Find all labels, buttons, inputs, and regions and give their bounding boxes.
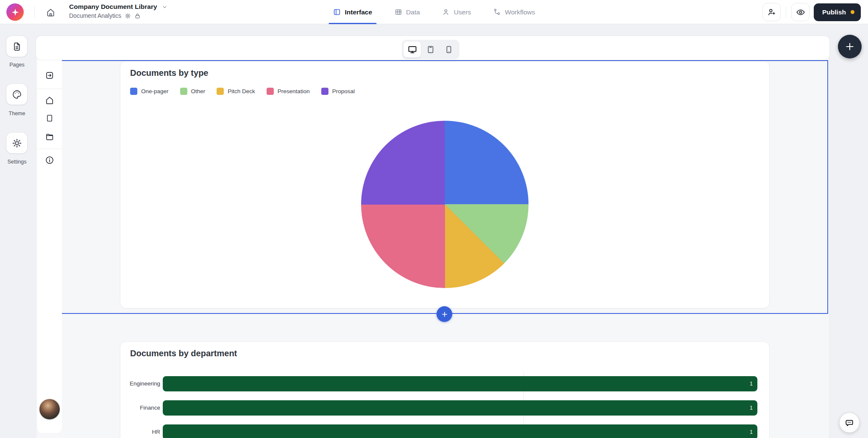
page-subtitle-row: Document Analytics xyxy=(69,12,167,19)
bar-row: Engineering 1 xyxy=(120,376,769,391)
sidebar-label-settings: Settings xyxy=(0,159,34,165)
chat-bubble-icon xyxy=(844,418,854,428)
publish-status-dot xyxy=(851,10,854,14)
avatar[interactable] xyxy=(39,399,60,419)
divider xyxy=(37,89,62,89)
device-desktop-option[interactable] xyxy=(403,42,421,58)
bar-track: 1 xyxy=(163,400,757,416)
tab-label: Interface xyxy=(345,8,372,16)
bar-value: 1 xyxy=(750,424,753,438)
app-logo[interactable] xyxy=(6,3,24,21)
preview-button[interactable] xyxy=(791,3,810,21)
main-tabs: Interface Data Users Workflows xyxy=(331,0,536,24)
settings-gear-icon xyxy=(12,138,22,148)
divider xyxy=(34,6,35,18)
rail-home-icon[interactable] xyxy=(45,96,55,105)
canvas: Documents by type One-pager Other Pitch … xyxy=(36,36,829,438)
add-component-button[interactable] xyxy=(437,306,452,322)
lock-icon[interactable] xyxy=(134,13,141,19)
bar-row: Finance 1 xyxy=(120,400,769,416)
topbar: Company Document Library Document Analyt… xyxy=(0,0,868,24)
legend-label: Pitch Deck xyxy=(228,88,255,94)
phone-icon xyxy=(444,45,453,54)
page-subtitle: Document Analytics xyxy=(69,12,121,19)
pie-chart-card[interactable]: Documents by type One-pager Other Pitch … xyxy=(120,61,770,308)
sidebar-label-theme: Theme xyxy=(0,111,34,116)
home-icon xyxy=(46,8,56,17)
tab-workflows[interactable]: Workflows xyxy=(492,0,536,24)
bar-value: 1 xyxy=(750,376,753,391)
canvas-toolbar xyxy=(36,36,829,60)
legend-item: One-pager xyxy=(130,88,169,95)
bar-row: HR 1 xyxy=(120,424,769,438)
rail-folder-icon[interactable] xyxy=(45,132,55,142)
device-toggle xyxy=(402,40,459,59)
add-page-fab[interactable] xyxy=(838,35,862,58)
topbar-actions: Publish xyxy=(762,3,861,21)
component-rail xyxy=(37,60,62,433)
sign-in-icon[interactable] xyxy=(45,71,55,80)
home-button[interactable] xyxy=(42,4,58,20)
sidebar-item-theme[interactable] xyxy=(6,84,27,105)
tab-label: Users xyxy=(454,8,471,16)
legend-item: Other xyxy=(180,88,206,95)
bar: 1 xyxy=(163,376,757,391)
users-person-icon xyxy=(442,8,450,16)
plus-icon xyxy=(844,41,855,52)
tab-interface[interactable]: Interface xyxy=(331,0,373,24)
bar-category-label: HR xyxy=(123,424,160,438)
chevron-down-icon xyxy=(162,4,167,10)
device-tablet-option[interactable] xyxy=(422,42,439,58)
tab-label: Workflows xyxy=(505,8,535,16)
eye-icon xyxy=(796,8,805,17)
tab-users[interactable]: Users xyxy=(441,0,472,24)
publish-button[interactable]: Publish xyxy=(814,3,861,21)
bar: 1 xyxy=(163,424,757,438)
bar: 1 xyxy=(163,400,757,416)
pages-document-icon xyxy=(12,42,22,52)
app-builder-screen: Company Document Library Document Analyt… xyxy=(0,0,868,438)
tablet-icon xyxy=(426,45,435,54)
tab-label: Data xyxy=(406,8,420,16)
legend-item: Pitch Deck xyxy=(217,88,255,95)
legend-item: Proposal xyxy=(321,88,355,95)
title-block: Company Document Library Document Analyt… xyxy=(69,3,167,19)
legend-label: One-pager xyxy=(141,88,169,94)
divider xyxy=(786,7,786,18)
divider xyxy=(37,149,62,149)
pie-chart xyxy=(361,121,529,288)
data-table-icon xyxy=(394,8,402,16)
app-title: Company Document Library xyxy=(69,3,157,11)
bar-chart-card[interactable]: Documents by department Engineering 1 Fi… xyxy=(120,341,770,438)
page-settings-gear-icon[interactable] xyxy=(125,13,131,19)
legend-swatch xyxy=(321,88,328,95)
legend-swatch xyxy=(180,88,187,95)
bar-track: 1 xyxy=(163,424,757,438)
desktop-icon xyxy=(407,44,417,55)
interface-panel-icon xyxy=(333,8,341,16)
workflows-branch-icon xyxy=(493,8,501,16)
legend-item: Presentation xyxy=(267,88,310,95)
sparkle-icon xyxy=(11,8,20,17)
sidebar-item-pages[interactable] xyxy=(6,36,27,57)
legend-label: Proposal xyxy=(332,88,355,94)
app-title-dropdown[interactable]: Company Document Library xyxy=(69,3,167,11)
sidebar-item-settings[interactable] xyxy=(6,133,27,153)
device-phone-option[interactable] xyxy=(440,42,458,58)
plus-icon xyxy=(441,310,448,318)
bar-category-label: Engineering xyxy=(123,376,160,391)
info-icon[interactable] xyxy=(45,155,55,165)
publish-label: Publish xyxy=(822,8,846,16)
chart-title: Documents by type xyxy=(130,68,208,78)
legend-swatch xyxy=(267,88,274,95)
theme-palette-icon xyxy=(12,89,22,100)
chart-title: Documents by department xyxy=(130,349,237,358)
bar-category-label: Finance xyxy=(123,400,160,416)
user-plus-icon xyxy=(767,8,776,17)
rail-page-icon[interactable] xyxy=(45,114,54,123)
invite-user-button[interactable] xyxy=(762,3,781,21)
chat-help-button[interactable] xyxy=(840,413,859,432)
tab-data[interactable]: Data xyxy=(393,0,421,24)
bar-track: 1 xyxy=(163,376,757,391)
bar-value: 1 xyxy=(750,400,753,416)
